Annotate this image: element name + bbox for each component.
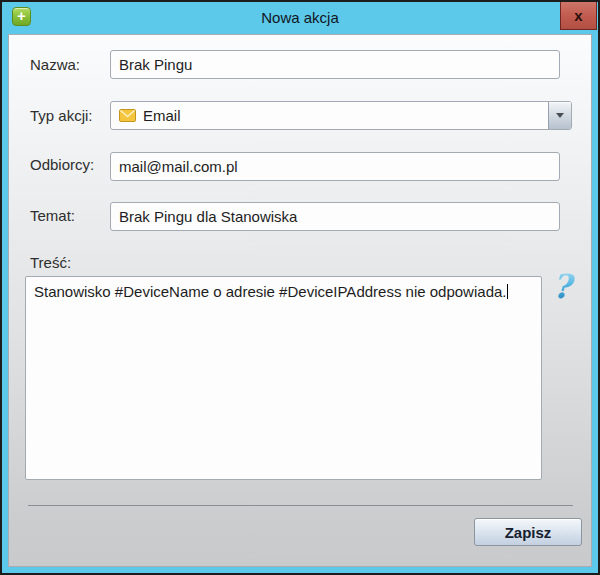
dropdown-button[interactable] bbox=[548, 102, 571, 129]
close-icon: x bbox=[561, 3, 596, 29]
close-button[interactable]: x bbox=[560, 2, 597, 30]
subject-input[interactable] bbox=[110, 202, 560, 231]
name-label: Nazwa: bbox=[30, 56, 80, 73]
footer-divider bbox=[28, 505, 573, 506]
save-button[interactable]: Zapisz bbox=[474, 518, 582, 546]
email-icon bbox=[119, 109, 136, 122]
message-body-text: Stanowisko #DeviceName o adresie #Device… bbox=[34, 283, 506, 300]
action-type-value: Email bbox=[143, 107, 548, 124]
action-type-select[interactable]: Email bbox=[110, 101, 572, 130]
help-icon[interactable]: ? bbox=[549, 269, 575, 307]
dialog-content: Nazwa: Typ akcji: Email Odbiorcy: Temat:… bbox=[8, 34, 592, 567]
subject-label: Temat: bbox=[30, 207, 75, 224]
titlebar: + Nowa akcja x bbox=[2, 2, 598, 34]
dialog-title: Nowa akcja bbox=[2, 2, 598, 34]
chevron-down-icon bbox=[556, 113, 564, 118]
recipients-label: Odbiorcy: bbox=[30, 156, 94, 173]
name-input[interactable] bbox=[110, 50, 560, 79]
dialog-window: + Nowa akcja x Nazwa: Typ akcji: Email O… bbox=[0, 0, 600, 575]
body-label: Treść: bbox=[30, 254, 71, 271]
recipients-input[interactable] bbox=[110, 152, 560, 181]
message-body-input[interactable]: Stanowisko #DeviceName o adresie #Device… bbox=[25, 276, 542, 480]
text-caret bbox=[507, 284, 508, 299]
action-type-label: Typ akcji: bbox=[30, 107, 93, 124]
